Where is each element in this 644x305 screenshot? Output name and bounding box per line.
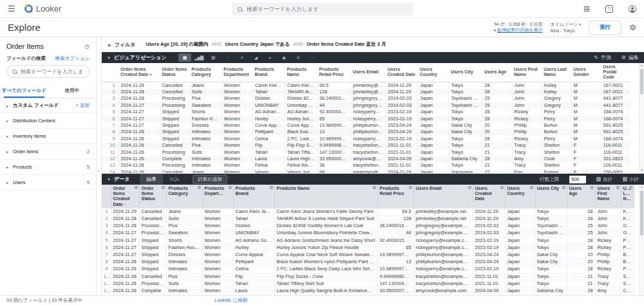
cell[interactable]: Perry bbox=[621, 266, 634, 273]
cell[interactable]: Laura High Quality Sangria Built-in Enha… bbox=[285, 156, 317, 162]
cell[interactable]: Cancelled bbox=[139, 216, 166, 223]
cell[interactable]: 20 bbox=[567, 252, 595, 259]
column-header[interactable]: Users Email bbox=[351, 63, 386, 82]
cell[interactable]: 441-8077 bbox=[601, 95, 629, 102]
cell[interactable]: Rickey bbox=[512, 136, 542, 142]
cell[interactable]: Shelton bbox=[542, 149, 571, 156]
cell[interactable]: 92.4000015258789 bbox=[317, 109, 351, 115]
cell[interactable]: Pettipant bbox=[252, 129, 285, 135]
field-group-products[interactable]: ▸Products5 bbox=[0, 160, 96, 175]
cell[interactable]: 28 bbox=[482, 156, 512, 162]
cell[interactable]: Forbes bbox=[542, 169, 571, 174]
cell[interactable]: Women bbox=[222, 89, 252, 95]
cell[interactable]: 2021-11-01 bbox=[386, 162, 418, 169]
cell[interactable]: Tahari bbox=[252, 149, 285, 156]
cell[interactable]: 591-8025 bbox=[601, 129, 629, 135]
cell[interactable]: erinforbes@example.net bbox=[351, 169, 386, 174]
cell[interactable]: Kelley bbox=[542, 89, 571, 95]
cell[interactable]: Curve Appeal Cowl Neck Soft Weave Sweate… bbox=[274, 252, 377, 259]
cell[interactable]: M bbox=[571, 109, 601, 115]
cell[interactable]: 2023-02-19 bbox=[473, 266, 505, 273]
cell[interactable]: 2024-11-29 bbox=[386, 82, 418, 89]
cell[interactable]: John bbox=[595, 230, 621, 237]
scatterplot-icon[interactable]: ∴ bbox=[221, 53, 234, 62]
cell[interactable]: 21 bbox=[567, 273, 595, 280]
cell[interactable]: 44 bbox=[317, 102, 351, 109]
cell[interactable]: 28 bbox=[482, 136, 512, 142]
cell[interactable]: johnkelley@example.net bbox=[413, 208, 473, 216]
cell[interactable]: Women bbox=[222, 95, 252, 102]
cell[interactable]: Fashion Hoodies & Sweatshirts bbox=[166, 244, 202, 251]
column-chart-icon[interactable]: ▂▅▇ bbox=[193, 53, 205, 62]
cell[interactable]: Laura bbox=[252, 156, 285, 162]
cell[interactable]: Intimates bbox=[166, 259, 202, 266]
column-header[interactable]: Users Age bbox=[482, 63, 512, 82]
cell[interactable]: Women bbox=[222, 109, 252, 115]
forecast-button[interactable]: ✎ 予測 bbox=[594, 54, 611, 61]
cell[interactable]: Calvin Klein Jeans bbox=[233, 208, 274, 216]
cell[interactable]: Shorts bbox=[166, 237, 202, 244]
cell[interactable]: 2019-02-03 bbox=[386, 95, 418, 102]
cell[interactable]: Kelley bbox=[621, 208, 634, 216]
cell[interactable]: Unionbay Juniors Bloomsbury Pointelle Cr… bbox=[285, 102, 317, 109]
column-header[interactable]: Users Last Name⚙ bbox=[621, 185, 634, 208]
cell[interactable]: 2024-11-27 bbox=[111, 237, 139, 244]
cell[interactable]: Processing bbox=[160, 95, 189, 102]
cell[interactable]: Japan bbox=[418, 89, 449, 95]
cell[interactable]: Kelley bbox=[621, 216, 634, 223]
column-gear-icon[interactable]: ⚙ bbox=[529, 185, 533, 190]
cell[interactable]: 2023-02-19 bbox=[473, 244, 505, 251]
cell[interactable]: Hurley Juniors Yukon Zip Fleece Hoodie bbox=[274, 244, 377, 251]
cell[interactable]: 2023-04-24 bbox=[386, 122, 418, 129]
cell[interactable]: Cancelled bbox=[139, 208, 166, 216]
cell[interactable]: Gregory bbox=[621, 230, 634, 237]
column-header[interactable]: Users Email⚙ bbox=[413, 185, 473, 208]
history-clock-icon[interactable]: ◷ bbox=[84, 43, 90, 50]
cell[interactable]: 128 bbox=[317, 89, 351, 95]
cell[interactable]: Women bbox=[202, 216, 233, 223]
cell[interactable]: Tokyo bbox=[535, 208, 567, 216]
cell[interactable]: Tracy bbox=[512, 142, 542, 149]
cell[interactable]: Shipped bbox=[139, 266, 166, 273]
add-calculation-button[interactable]: 計算の追加 bbox=[193, 175, 227, 184]
cell[interactable]: rickeyperry@example.com bbox=[413, 266, 473, 273]
cell[interactable]: Rickey bbox=[512, 109, 542, 115]
cell[interactable]: Intimates bbox=[166, 266, 202, 273]
cell[interactable]: 2024-11-29 bbox=[386, 169, 418, 174]
cell[interactable]: Women bbox=[222, 82, 252, 89]
cell[interactable]: 25 bbox=[567, 223, 595, 230]
cell[interactable]: Intimates bbox=[189, 162, 222, 169]
cell[interactable]: Complete bbox=[139, 288, 166, 295]
column-header[interactable]: Users Last Name bbox=[542, 63, 571, 82]
column-header[interactable]: Users Created Date bbox=[386, 63, 418, 82]
column-header[interactable]: Products Brand⚙ bbox=[233, 185, 274, 208]
cell[interactable]: 44 bbox=[377, 230, 413, 237]
cell[interactable]: Suits bbox=[189, 149, 222, 156]
cell[interactable]: 128 bbox=[377, 216, 413, 223]
column-header[interactable] bbox=[102, 63, 118, 82]
cell[interactable]: 69.5 bbox=[317, 82, 351, 89]
cell[interactable]: Kelley bbox=[542, 82, 571, 89]
cell[interactable]: 20 bbox=[567, 259, 595, 266]
column-header[interactable]: Users City bbox=[449, 63, 482, 82]
bar-chart-icon[interactable]: ▤ bbox=[207, 53, 220, 62]
cell[interactable]: rickeyperry@example.com bbox=[351, 116, 386, 122]
cell[interactable]: tracyshelton@example.org bbox=[351, 162, 386, 169]
cell[interactable]: 28 bbox=[482, 82, 512, 89]
cell[interactable]: 21 bbox=[482, 142, 512, 149]
field-search-box[interactable] bbox=[6, 65, 90, 78]
tab-results[interactable]: 結果 bbox=[140, 174, 163, 185]
cell[interactable]: 2024-11-26 bbox=[118, 136, 160, 142]
collapse-sidebar-icon[interactable]: ‹ bbox=[97, 167, 99, 174]
run-button[interactable]: 実行 bbox=[589, 21, 621, 35]
pie-chart-icon[interactable]: ◕ bbox=[263, 53, 276, 62]
cell[interactable]: 22 bbox=[482, 169, 512, 174]
cell[interactable]: Gregory bbox=[542, 95, 571, 102]
cell[interactable]: tracyshelton@example.org bbox=[413, 273, 473, 280]
cell[interactable]: Women bbox=[222, 162, 252, 169]
cell[interactable]: Curve Appeal bbox=[252, 122, 285, 129]
cell[interactable]: F bbox=[571, 142, 601, 149]
cell[interactable]: 2024-11-26 bbox=[118, 149, 160, 156]
cell[interactable]: Complete bbox=[160, 156, 189, 162]
cell[interactable]: Dickies bbox=[233, 223, 274, 230]
